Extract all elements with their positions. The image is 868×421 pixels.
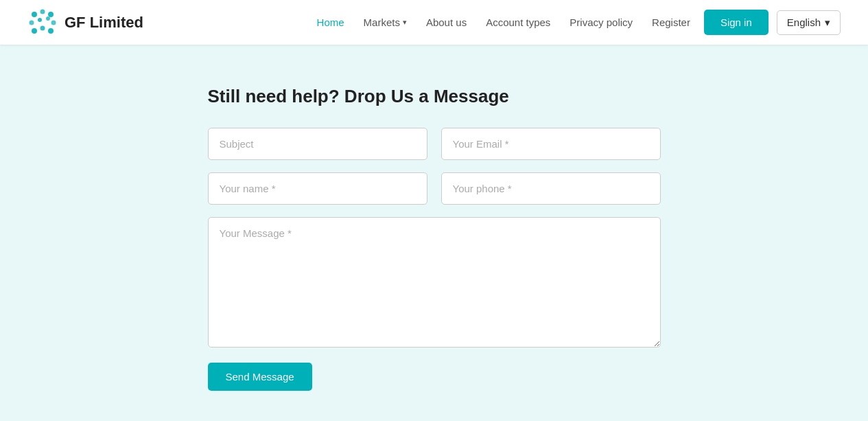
message-textarea[interactable]: [208, 217, 661, 348]
send-message-button[interactable]: Send Message: [208, 363, 312, 391]
svg-point-7: [32, 28, 37, 34]
brand-logo[interactable]: GF Limited: [27, 8, 143, 38]
navbar: GF Limited Home Markets ▾ About us Accou…: [0, 0, 868, 45]
logo-icon: [27, 8, 58, 38]
subject-field: [208, 128, 427, 160]
svg-point-5: [46, 16, 50, 21]
svg-point-1: [40, 9, 45, 14]
nav-home[interactable]: Home: [317, 16, 344, 28]
form-row-1: [208, 128, 661, 160]
section-title: Still need help? Drop Us a Message: [208, 86, 661, 107]
nav-register[interactable]: Register: [652, 16, 690, 28]
svg-point-9: [48, 28, 54, 34]
message-field: [208, 217, 661, 350]
sign-in-button[interactable]: Sign in: [704, 10, 769, 35]
email-input[interactable]: [441, 128, 661, 160]
name-field: [208, 172, 427, 205]
nav-privacy-policy[interactable]: Privacy policy: [570, 16, 633, 28]
nav-markets[interactable]: Markets ▾: [364, 16, 407, 28]
svg-point-6: [51, 20, 56, 25]
name-input[interactable]: [208, 172, 427, 205]
language-label: English: [787, 16, 821, 28]
svg-point-0: [32, 12, 37, 17]
language-chevron-icon: ▾: [825, 16, 830, 29]
language-selector[interactable]: English ▾: [777, 10, 841, 35]
subject-input[interactable]: [208, 128, 427, 160]
main-content: Still need help? Drop Us a Message Send …: [194, 86, 675, 391]
nav-about-us[interactable]: About us: [426, 16, 467, 28]
svg-point-3: [30, 20, 34, 25]
email-field: [441, 128, 661, 160]
nav-links: Home Markets ▾ About us Account types Pr…: [317, 16, 690, 29]
phone-field: [441, 172, 661, 205]
svg-point-4: [38, 18, 42, 22]
markets-chevron-icon: ▾: [403, 18, 407, 27]
svg-point-2: [48, 12, 54, 17]
form-row-2: [208, 172, 661, 205]
svg-point-8: [40, 25, 45, 30]
brand-name: GF Limited: [64, 14, 143, 32]
nav-account-types[interactable]: Account types: [486, 16, 550, 28]
phone-input[interactable]: [441, 172, 661, 205]
